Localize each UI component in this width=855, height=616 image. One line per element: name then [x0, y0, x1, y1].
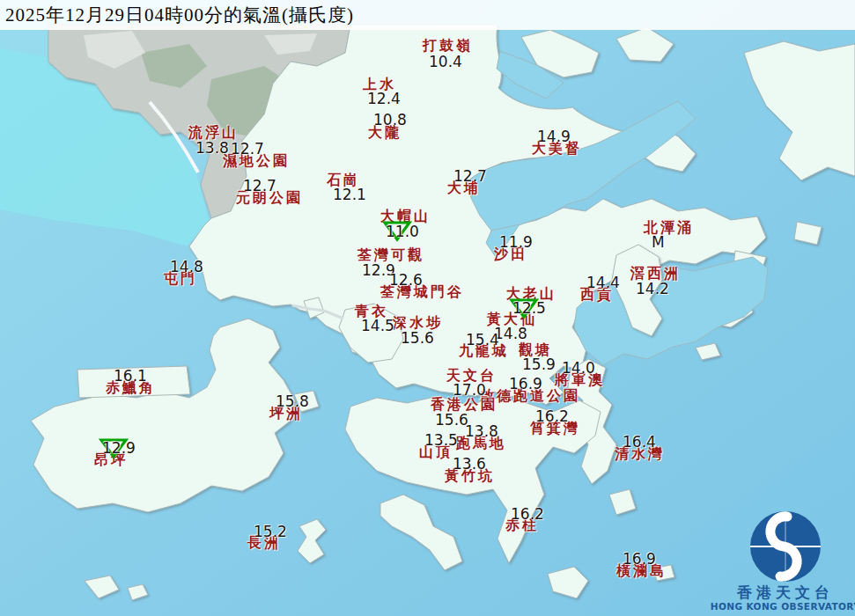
station-value-label: 15.6 [435, 413, 468, 428]
station-value-label: 12.9 [102, 441, 136, 456]
station-value-label: 16.4 [623, 435, 656, 450]
station-value-label: M [652, 235, 665, 250]
hko-logo: 香港天文台 HONG KONG OBSERVATORY [719, 509, 851, 612]
station-value-label: 15.9 [522, 357, 556, 372]
station-value-label: 13.8 [195, 141, 229, 156]
station-value-label: 13.5 [424, 433, 458, 448]
station-value-label: 15.4 [466, 333, 499, 348]
station-value-label: 12.7 [231, 142, 264, 157]
station-value-label: 15.6 [401, 331, 434, 346]
station-value-label: 16.2 [511, 507, 544, 522]
station-value-label: 16.2 [535, 409, 569, 424]
hko-logo-english: HONG KONG OBSERVATORY [711, 601, 855, 612]
station-name-label: 滘西洲 [630, 267, 681, 281]
station-value-label: 14.8 [170, 260, 203, 275]
station-name-label: 流浮山 [188, 126, 239, 140]
page-title: 2025年12月29日04時00分的氣溫(攝氏度) [0, 3, 354, 27]
station-value-label: 15.2 [254, 524, 287, 539]
station-value-label: 12.5 [512, 301, 546, 316]
station-name-label: 香港公園 [431, 398, 498, 412]
station-value-label: 13.8 [465, 424, 498, 439]
title-bar: 2025年12月29日04時00分的氣溫(攝氏度) [0, 0, 855, 30]
hko-logo-chinese: 香港天文台 [737, 584, 834, 602]
station-name-label: 打鼓嶺 [423, 39, 473, 53]
station-value-label: 14.9 [537, 129, 571, 144]
station-value-label: 12.6 [389, 273, 423, 288]
station-value-label: 15.8 [276, 394, 309, 409]
station-value-label: 10.8 [373, 113, 407, 128]
station-value-label: 14.2 [636, 282, 669, 297]
station-value-label: 10.4 [429, 55, 462, 70]
station-name-label: 深水埗 [393, 316, 443, 330]
station-value-label: 12.7 [453, 169, 487, 184]
station-value-label: 16.9 [623, 552, 656, 567]
station-value-label: 11.0 [386, 224, 419, 239]
temperature-map: 2025年12月29日04時00分的氣溫(攝氏度) 打鼓嶺10.4上水12.4大… [0, 0, 855, 616]
station-value-label: 16.1 [114, 369, 147, 384]
station-value-label: 12.7 [243, 179, 276, 194]
station-value-label: 17.0 [453, 383, 486, 398]
station-value-label: 16.9 [509, 377, 542, 392]
station-value-label: 13.6 [453, 457, 486, 472]
station-value-label: 14.4 [586, 275, 620, 290]
station-name-label: 荃灣可觀 [357, 248, 424, 262]
station-value-label: 14.0 [562, 361, 595, 376]
station-value-label: 12.4 [367, 92, 401, 106]
station-value-label: 11.9 [499, 235, 533, 250]
hko-logo-icon [743, 509, 828, 584]
station-value-label: 12.1 [333, 187, 366, 202]
station-value-label: 14.5 [361, 319, 394, 334]
